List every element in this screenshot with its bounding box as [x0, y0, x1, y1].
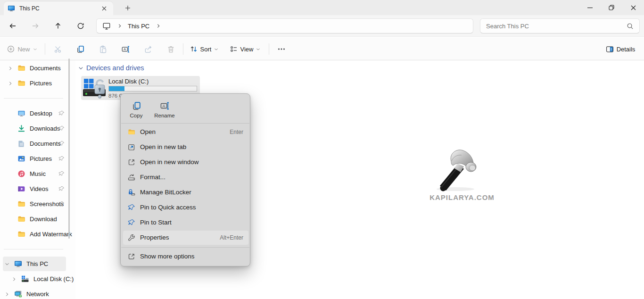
navigation-pane: Documents Pictures Desktop Downloads Doc…: [0, 60, 75, 299]
sidebar-item-pictures-tree[interactable]: Pictures: [0, 76, 75, 91]
sidebar-item-network[interactable]: Network: [0, 287, 75, 299]
new-tab-button[interactable]: [122, 2, 134, 14]
folder-icon: [128, 128, 135, 136]
menu-item-open-in-new-window[interactable]: Open in new window: [121, 155, 251, 170]
address-bar[interactable]: This PC: [96, 18, 473, 33]
window-controls: [579, 0, 644, 15]
pin-icon: [58, 201, 65, 207]
search-box[interactable]: [480, 18, 640, 33]
sidebar-item-pictures[interactable]: Pictures: [0, 151, 75, 166]
svg-text:A: A: [124, 47, 126, 51]
details-pane-icon: [606, 45, 614, 53]
disk-usage-bar: [108, 86, 197, 91]
restore-button[interactable]: [601, 0, 622, 15]
menu-item-properties[interactable]: Properties Alt+Enter: [121, 230, 251, 245]
pin-icon: [128, 204, 135, 211]
sidebar-item-downloads[interactable]: Downloads: [0, 121, 75, 136]
refresh-button[interactable]: [74, 19, 88, 33]
delete-button[interactable]: [163, 41, 178, 57]
new-button[interactable]: New: [4, 41, 41, 57]
open-in-new-tab-icon: [128, 143, 135, 151]
sidebar-item-add-watermark[interactable]: Add Watermark: [0, 227, 75, 241]
pin-icon: [58, 125, 65, 132]
desktop-icon: [17, 109, 25, 117]
downloads-icon: [17, 125, 25, 133]
quick-action-copy[interactable]: Copy: [124, 98, 149, 122]
chevron-right-icon[interactable]: [5, 292, 10, 297]
sidebar-item-documents-tree[interactable]: Documents: [0, 61, 75, 75]
sidebar-scrollbar[interactable]: [68, 58, 70, 239]
paste-button[interactable]: [95, 41, 110, 57]
tab-title: This PC: [19, 5, 99, 12]
chevron-down-icon[interactable]: [78, 66, 83, 71]
menu-item-pin-to-start[interactable]: Pin to Start: [121, 215, 251, 230]
watermark-text: KAPILARYA.COM: [424, 193, 500, 201]
sidebar-item-this-pc[interactable]: This PC: [0, 257, 75, 271]
sidebar-item-desktop[interactable]: Desktop: [0, 106, 75, 121]
group-header-devices-and-drives[interactable]: Devices and drives: [78, 64, 144, 72]
more-options-icon[interactable]: [273, 41, 289, 57]
view-button[interactable]: View: [227, 41, 263, 57]
chevron-down-icon: [33, 47, 37, 51]
open-in-new-window-icon: [128, 158, 135, 166]
bitlocker-lock-icon: [128, 189, 135, 196]
sort-icon: [190, 45, 198, 53]
breadcrumb-this-pc[interactable]: This PC: [128, 23, 149, 30]
menu-item-open[interactable]: Open Enter: [121, 125, 251, 140]
watermark: KAPILARYA.COM: [424, 145, 500, 201]
back-button[interactable]: [6, 19, 20, 33]
sidebar-item-videos[interactable]: Videos: [0, 182, 75, 196]
sidebar-item-screenshots[interactable]: Screenshots: [0, 197, 75, 211]
this-pc-icon: [14, 260, 22, 268]
network-icon: [14, 290, 22, 298]
details-label: Details: [617, 46, 636, 53]
shortcut-label: Enter: [230, 129, 243, 135]
chevron-right-icon[interactable]: [12, 277, 17, 282]
quick-action-rename[interactable]: A Rename: [152, 98, 177, 122]
chevron-down-icon[interactable]: [5, 262, 10, 266]
format-drive-icon: [128, 174, 135, 181]
hammer-image: [424, 145, 500, 192]
plus-circle-icon: [7, 45, 15, 53]
tab-this-pc[interactable]: This PC: [4, 1, 113, 15]
menu-item-format[interactable]: Format...: [121, 170, 251, 185]
pin-icon: [58, 141, 65, 147]
menu-item-show-more-options[interactable]: Show more options: [121, 249, 251, 264]
menu-item-manage-bitlocker[interactable]: Manage BitLocker: [121, 185, 251, 200]
details-button[interactable]: Details: [602, 41, 639, 57]
sort-label: Sort: [200, 46, 212, 53]
this-pc-icon: [8, 5, 15, 12]
chevron-right-icon[interactable]: [8, 81, 14, 86]
sidebar-item-music[interactable]: Music: [0, 166, 75, 181]
tab-close-icon[interactable]: [99, 3, 109, 14]
command-toolbar: New A Sort View Details: [0, 37, 644, 60]
folder-icon: [17, 79, 25, 87]
context-menu: Copy A Rename Open Enter Open in new tab…: [120, 93, 250, 266]
new-button-label: New: [17, 46, 30, 53]
menu-item-open-in-new-tab[interactable]: Open in new tab: [121, 140, 251, 155]
chevron-right-icon[interactable]: [8, 66, 14, 71]
sidebar-item-local-disk-c[interactable]: Local Disk (C:): [0, 272, 75, 286]
close-button[interactable]: [622, 0, 644, 15]
rename-button[interactable]: A: [118, 41, 133, 57]
pin-icon: [58, 156, 65, 162]
up-button[interactable]: [51, 19, 65, 33]
titlebar: This PC: [0, 0, 644, 15]
document-icon: [17, 140, 25, 148]
music-icon: [17, 170, 25, 178]
rename-icon: A: [160, 101, 169, 110]
view-label: View: [240, 46, 254, 53]
cut-button[interactable]: [50, 41, 65, 57]
forward-button[interactable]: [28, 19, 42, 33]
sort-button[interactable]: Sort: [188, 41, 221, 57]
copy-button[interactable]: [73, 41, 88, 57]
sidebar-item-documents[interactable]: Documents: [0, 136, 75, 151]
pin-icon: [58, 186, 65, 192]
minimize-button[interactable]: [579, 0, 601, 15]
sidebar-item-download[interactable]: Download: [0, 212, 75, 226]
search-input[interactable]: [480, 23, 627, 30]
share-button[interactable]: [140, 41, 156, 57]
menu-item-pin-to-quick-access[interactable]: Pin to Quick access: [121, 200, 251, 215]
search-icon[interactable]: [627, 23, 634, 30]
view-icon: [230, 45, 238, 53]
